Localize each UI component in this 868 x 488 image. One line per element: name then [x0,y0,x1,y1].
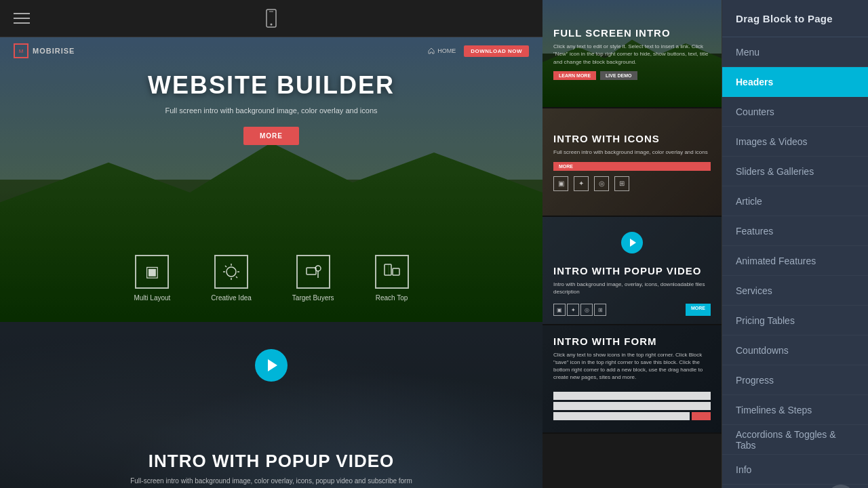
mini-icon-4: ⊞ [614,176,629,191]
svg-rect-13 [384,264,391,275]
sidebar-item-features[interactable]: Features [722,216,868,246]
drag-title: Drag Block to Page [736,13,833,24]
sidebar-item-sliders-galleries[interactable]: Sliders & Galleries [722,157,868,186]
thumb-overlay-4: INTRO WITH FORM Click any text to show i… [542,325,722,432]
preview-panel: M MOBIRISE HOME DOWNLOAD NOW WEBSITE BUI… [0,0,542,488]
thumb-desc-3: Intro with background image, overlay, ic… [553,281,711,296]
thumb-intro-popup-video[interactable]: INTRO WITH POPUP VIDEO Intro with backgr… [542,217,722,325]
mini-icon-v3: ◎ [580,304,593,316]
sidebar-item-accordions-toggles-tabs[interactable]: Accordions & Toggles & Tabs [722,425,868,455]
sidebar-item-countdowns[interactable]: Countdowns [722,336,868,365]
form-row-2 [553,402,711,410]
form-input-email [553,402,711,410]
sidebar-item-timelines-steps[interactable]: Timelines & Steps [722,395,868,425]
sidebar-item-info[interactable]: Info [722,455,868,485]
top-bar [0,0,542,37]
svg-line-8 [225,266,226,267]
creative-idea-label: Creative Idea [211,294,251,302]
thumb-intro-form[interactable]: INTRO WITH FORM Click any text to show i… [542,325,722,434]
sidebar-item-pricing-tables[interactable]: Pricing Tables [722,306,868,336]
intro-content: WEBSITE BUILDER Full screen intro with b… [0,71,542,145]
hamburger-menu[interactable] [14,13,30,24]
sidebar-item-article[interactable]: Article [722,186,868,216]
svg-point-3 [226,267,236,277]
popup-content: INTRO WITH POPUP VIDEO Full-screen intro… [0,451,542,485]
thumb-overlay-1: FULL SCREEN INTRO Click any text to edit… [542,0,722,107]
intro-icon-creative-idea: Creative Idea [211,255,251,302]
right-panel: FULL SCREEN INTRO Click any text to edit… [542,0,868,488]
creative-idea-icon [214,255,248,289]
svg-point-1 [271,24,273,26]
intro-title: WEBSITE BUILDER [0,71,542,100]
mini-icon-v4: ⊞ [594,304,606,316]
multi-layout-icon: ▣ [135,255,169,289]
intro-subtitle: Full screen intro with background image,… [0,106,542,115]
drag-header: Drag Block to Page [722,0,868,37]
thumb-title-4: INTRO WITH FORM [553,336,711,347]
mini-icon-1: ▣ [553,176,568,191]
form-input-phone [553,412,690,420]
form-row-3 [553,412,711,420]
sidebar-item-animated-features[interactable]: Animated Features [722,246,868,276]
sidebar-item-services[interactable]: Services [722,276,868,306]
form-row-1 [553,392,711,400]
btn-more[interactable]: MORE [243,127,299,145]
sidebar-item-counters[interactable]: Counters [722,97,868,127]
brand-logo-icon: M [14,43,28,58]
target-buyers-label: Target Buyers [292,294,334,302]
popup-video-block: INTRO WITH POPUP VIDEO Full-screen intro… [0,322,542,488]
sidebar-item-images-videos[interactable]: Images & Videos [722,127,868,157]
thumbnails-area: FULL SCREEN INTRO Click any text to edit… [542,0,722,488]
thumb-mini-icons: ▣ ✦ ◎ ⊞ [553,176,711,191]
thumb-btn-3: MORE [686,304,711,316]
intro-block: M MOBIRISE HOME DOWNLOAD NOW WEBSITE BUI… [0,37,542,322]
reach-top-icon [375,255,409,289]
form-submit [692,412,711,420]
thumb-btn-1: LEARN MORE [553,71,596,80]
thumb-full-screen-intro[interactable]: FULL SCREEN INTRO Click any text to edit… [542,0,722,108]
multi-layout-label: Multi Layout [134,294,170,302]
phone-icon [265,9,277,28]
popup-title: INTRO WITH POPUP VIDEO [0,451,542,472]
intro-icon-reach-top: Reach Top [375,255,409,302]
nav-home: HOME [428,47,456,54]
mini-icon-v1: ▣ [553,304,566,316]
thumb-title-3: INTRO WITH POPUP VIDEO [553,265,711,277]
preview-area: M MOBIRISE HOME DOWNLOAD NOW WEBSITE BUI… [0,37,542,488]
thumb-desc-1: Click any text to edit or style it. Sele… [553,43,711,66]
thumb-intro-icons[interactable]: INTRO WITH ICONS Full screen intro with … [542,108,722,217]
thumb-mini-form [553,392,711,422]
thumb-overlay-2: INTRO WITH ICONS Full screen intro with … [542,108,722,216]
btn-download[interactable]: DOWNLOAD NOW [464,45,529,57]
thumb-title-2: INTRO WITH ICONS [553,133,711,144]
target-buyers-icon [296,255,330,289]
thumb-btn-2: MORE [553,162,711,171]
brand-logo: M MOBIRISE [14,43,75,58]
popup-subtitle: Full-screen intro with background image,… [0,477,542,485]
thumb-desc-2: Full screen intro with background image,… [553,148,711,156]
intro-nav: M MOBIRISE HOME DOWNLOAD NOW [0,37,542,64]
reach-top-label: Reach Top [376,294,408,302]
play-button[interactable] [255,349,288,382]
mini-icon-3: ◎ [594,176,609,191]
sidebar-nav: Drag Block to Page Menu Headers Counters… [722,0,868,488]
thumb-title-1: FULL SCREEN INTRO [553,27,711,39]
svg-rect-10 [307,268,316,274]
svg-rect-14 [393,268,399,275]
sidebar-item-menu[interactable]: Menu [722,37,868,67]
intro-icon-target-buyers: Target Buyers [292,255,334,302]
intro-icons: ▣ Multi Layout [0,255,542,302]
close-button[interactable]: × [827,485,854,488]
sidebar-item-progress[interactable]: Progress [722,365,868,395]
thumb-play-btn [621,232,643,253]
nav-links: HOME DOWNLOAD NOW [428,45,529,57]
brand-name: MOBIRISE [33,47,75,55]
mini-icon-v2: ✦ [567,304,579,316]
form-input-name [553,392,711,400]
mini-icon-2: ✦ [574,176,589,191]
svg-line-9 [236,277,237,278]
thumb-desc-4: Click any text to show icons in the top … [553,351,711,382]
intro-icon-multi-layout: ▣ Multi Layout [134,255,170,302]
thumb-btn-1b: LIVE DEMO [600,71,637,80]
sidebar-item-headers[interactable]: Headers [722,67,868,97]
